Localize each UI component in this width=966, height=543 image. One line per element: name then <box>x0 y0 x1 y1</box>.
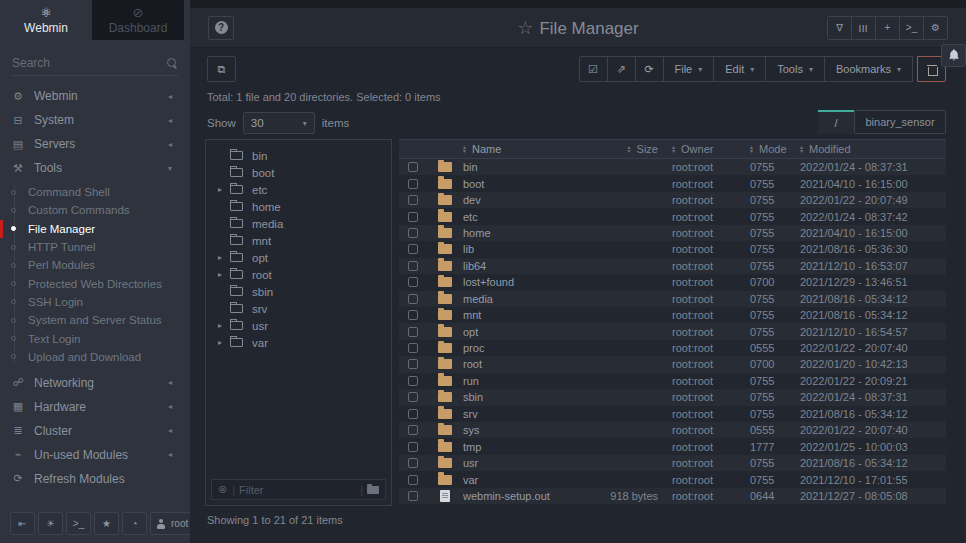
row-checkbox[interactable] <box>408 310 418 320</box>
filter-button[interactable]: ∇ <box>827 16 852 40</box>
sidebar-item-un-used-modules[interactable]: ⌁Un-used Modules◂ <box>0 443 190 467</box>
tree-item-home[interactable]: home <box>206 198 391 215</box>
expand-icon[interactable]: ▸ <box>218 185 230 194</box>
table-row-media[interactable]: mediaroot:root07552021/08/16 - 05:34:12 <box>399 291 946 307</box>
sidebar-item-text-login[interactable]: Text Login <box>0 329 190 347</box>
shell-button[interactable]: >_ <box>899 16 924 40</box>
theme-palette-button[interactable]: ◔ <box>122 512 147 535</box>
sidebar-item-system-and-server-status[interactable]: System and Server Status <box>0 311 190 329</box>
table-row-etc[interactable]: etcroot:root07552022/01/24 - 08:37:42 <box>399 208 946 224</box>
copy-path-button[interactable]: ⧉ <box>207 56 236 82</box>
menu-edit-button[interactable]: Edit▾ <box>713 56 766 82</box>
table-row-lib64[interactable]: lib64root:root07552021/12/10 - 16:53:07 <box>399 258 946 274</box>
tree-item-var[interactable]: ▸var <box>206 334 391 351</box>
select-all-button[interactable]: ☑ <box>579 56 608 82</box>
expand-icon[interactable]: ▸ <box>218 321 230 330</box>
table-row-var[interactable]: varroot:root07552021/12/10 - 17:01:55 <box>399 471 946 487</box>
tab-dashboard[interactable]: ⊘ Dashboard <box>92 0 184 40</box>
items-per-page-select[interactable]: 30 ▾ <box>243 112 315 134</box>
tree-item-root[interactable]: ▸root <box>206 266 391 283</box>
sidebar-item-tools[interactable]: ⚒Tools▾ <box>0 156 190 180</box>
panels-button[interactable]: ||| <box>851 16 876 40</box>
sidebar-item-networking[interactable]: ☍Networking◂ <box>0 371 190 395</box>
table-row-home[interactable]: homeroot:root07552021/04/10 - 16:15:00 <box>399 225 946 241</box>
row-checkbox[interactable] <box>408 442 418 452</box>
collapse-sidebar-button[interactable]: ⇤ <box>10 512 35 535</box>
column-header-modified[interactable]: ▴▾Modified <box>800 143 946 155</box>
sidebar-item-hardware[interactable]: ▦Hardware◂ <box>0 395 190 419</box>
notifications-button[interactable] <box>941 44 966 67</box>
row-checkbox[interactable] <box>408 475 418 485</box>
clear-filter-icon[interactable]: ⊗ <box>218 483 227 496</box>
menu-file-button[interactable]: File▾ <box>663 56 715 82</box>
sidebar-item-command-shell[interactable]: Command Shell <box>0 183 190 201</box>
row-checkbox[interactable] <box>408 195 418 205</box>
theme-button[interactable]: ☀ <box>38 512 63 535</box>
sidebar-item-servers[interactable]: ▤Servers◂ <box>0 132 190 156</box>
row-checkbox[interactable] <box>408 376 418 386</box>
row-checkbox[interactable] <box>408 359 418 369</box>
share-button[interactable]: ⇗ <box>607 56 636 82</box>
column-header-mode[interactable]: ▴▾Mode <box>750 143 800 155</box>
user-button[interactable]: root <box>150 512 194 535</box>
table-row-mnt[interactable]: mntroot:root07552021/08/16 - 05:34:12 <box>399 307 946 323</box>
row-checkbox[interactable] <box>408 409 418 419</box>
table-row-opt[interactable]: optroot:root07552021/12/10 - 16:54:57 <box>399 323 946 339</box>
sidebar-item-custom-commands[interactable]: Custom Commands <box>0 201 190 219</box>
row-checkbox[interactable] <box>408 392 418 402</box>
expand-icon[interactable]: ▸ <box>218 338 230 347</box>
tree-item-media[interactable]: media <box>206 215 391 232</box>
table-row-tmp[interactable]: tmproot:root17772022/01/25 - 10:00:03 <box>399 438 946 454</box>
row-checkbox[interactable] <box>408 228 418 238</box>
sidebar-item-system[interactable]: ⊟System◂ <box>0 108 190 132</box>
favorites-button[interactable]: ★ <box>94 512 119 535</box>
table-row-run[interactable]: runroot:root07552022/01/22 - 20:09:21 <box>399 373 946 389</box>
tab-webmin[interactable]: ⚛ Webmin <box>0 0 92 40</box>
row-checkbox[interactable] <box>408 491 418 501</box>
table-row-webmin-setup-out[interactable]: webmin-setup.out918 bytesroot:root064420… <box>399 488 946 504</box>
help-button[interactable]: ? <box>208 16 234 40</box>
refresh-button[interactable]: ⟳ <box>635 56 664 82</box>
row-checkbox[interactable] <box>408 179 418 189</box>
tree-item-opt[interactable]: ▸opt <box>206 249 391 266</box>
tree-item-etc[interactable]: ▸etc <box>206 181 391 198</box>
menu-bookmarks-button[interactable]: Bookmarks▾ <box>824 56 913 82</box>
sidebar-item-protected-web-directories[interactable]: Protected Web Directories <box>0 274 190 292</box>
table-row-root[interactable]: rootroot:root07002022/01/20 - 10:42:13 <box>399 356 946 372</box>
column-header-size[interactable]: ▴▾Size <box>576 143 672 155</box>
row-checkbox[interactable] <box>408 244 418 254</box>
tree-item-usr[interactable]: ▸usr <box>206 317 391 334</box>
path-current-button[interactable]: binary_sensor <box>854 110 946 134</box>
table-row-lib[interactable]: libroot:root07552021/08/16 - 05:36:30 <box>399 241 946 257</box>
tree-item-mnt[interactable]: mnt <box>206 232 391 249</box>
table-row-srv[interactable]: srvroot:root07552021/08/16 - 05:34:12 <box>399 406 946 422</box>
sidebar-item-ssh-login[interactable]: SSH Login <box>0 293 190 311</box>
sidebar-item-cluster[interactable]: ≣Cluster◂ <box>0 419 190 443</box>
path-root-button[interactable]: / <box>818 110 854 134</box>
add-button[interactable]: + <box>875 16 900 40</box>
expand-icon[interactable]: ▸ <box>218 270 230 279</box>
search-input[interactable] <box>12 56 167 70</box>
folder-icon[interactable] <box>367 486 379 494</box>
tree-item-sbin[interactable]: sbin <box>206 283 391 300</box>
terminal-button[interactable]: >_ <box>66 512 91 535</box>
tree-item-bin[interactable]: bin <box>206 147 391 164</box>
table-row-sbin[interactable]: sbinroot:root07552022/01/24 - 08:37:31 <box>399 389 946 405</box>
settings-button[interactable]: ⚙ <box>923 16 948 40</box>
sidebar-item-webmin[interactable]: ⚙Webmin◂ <box>0 84 190 108</box>
row-checkbox[interactable] <box>408 327 418 337</box>
sidebar-item-refresh-modules[interactable]: ⟳Refresh Modules <box>0 467 190 491</box>
menu-tools-button[interactable]: Tools▾ <box>765 56 825 82</box>
sidebar-item-perl-modules[interactable]: Perl Modules <box>0 256 190 274</box>
row-checkbox[interactable] <box>408 294 418 304</box>
column-header-name[interactable]: ▴▾Name <box>463 143 576 155</box>
table-row-usr[interactable]: usrroot:root07552021/08/16 - 05:34:12 <box>399 455 946 471</box>
table-row-bin[interactable]: binroot:root07552022/01/24 - 08:37:31 <box>399 159 946 175</box>
table-row-dev[interactable]: devroot:root07552022/01/22 - 20:07:49 <box>399 192 946 208</box>
row-checkbox[interactable] <box>408 261 418 271</box>
row-checkbox[interactable] <box>408 212 418 222</box>
tree-item-boot[interactable]: boot <box>206 164 391 181</box>
table-row-boot[interactable]: bootroot:root07552021/04/10 - 16:15:00 <box>399 175 946 191</box>
table-row-sys[interactable]: sysroot:root05552022/01/22 - 20:07:40 <box>399 422 946 438</box>
sidebar-item-http-tunnel[interactable]: HTTP Tunnel <box>0 238 190 256</box>
